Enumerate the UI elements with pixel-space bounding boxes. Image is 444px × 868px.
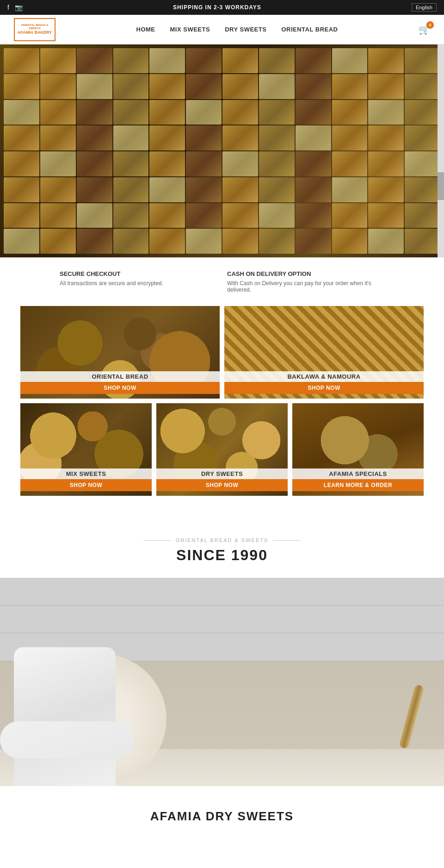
cart-icon[interactable]: 🛒 0 [419,24,430,35]
card-label-mix: MIX SWEETS [20,468,152,479]
features-section: SECURE CHECKOUT All transactions are sec… [0,257,444,306]
dry-sweets-title: AFAMIA DRY SWEETS [9,809,435,824]
nav-dry-sweets[interactable]: DRY SWEETS [225,26,266,33]
social-icons[interactable]: f 📷 [7,4,23,11]
card-afamia-specials[interactable]: AFAMIA SPECIALS LEARN MORE & ORDER [292,403,424,496]
shop-now-mix[interactable]: SHOP NOW [20,479,152,491]
language-selector[interactable]: English [412,3,437,12]
feature-secure-title: SECURE CHECKOUT [60,270,163,277]
baker-scene [0,578,444,786]
top-bar: f 📷 SHIPPING IN 2-3 WORKDAYS English [0,0,444,15]
product-grid: ORIENTAL BREAD SHOP NOW BAKLAWA & NAMOUR… [0,306,444,514]
site-logo[interactable]: ORIENTAL BREAD & SWEETS AFAMIA BAKERY [14,18,56,41]
card-label-baklawa: BAKLAWA & NAMOURA [224,371,424,382]
card-overlay-oriental: ORIENTAL BREAD SHOP NOW [20,371,220,399]
card-baklawa[interactable]: BAKLAWA & NAMOURA SHOP NOW [224,306,424,399]
card-dry-sweets[interactable]: DRY SWEETS SHOP NOW [156,403,288,496]
product-row-small: MIX SWEETS SHOP NOW DRY SWEETS SHOP NOW … [20,403,424,496]
card-overlay-afamia: AFAMIA SPECIALS LEARN MORE & ORDER [292,468,424,496]
site-header: ORIENTAL BREAD & SWEETS AFAMIA BAKERY HO… [0,15,444,44]
product-row-large: ORIENTAL BREAD SHOP NOW BAKLAWA & NAMOUR… [20,306,424,399]
since-section: ORIENTAL BREAD & SWEETS SINCE 1990 [0,514,444,578]
card-label-afamia: AFAMIA SPECIALS [292,468,424,479]
baker-arms [0,721,134,758]
hero-background [0,44,444,257]
baker-body [14,647,116,786]
feature-cod: CASH ON DELIVERY OPTION With Cash on Del… [227,270,384,293]
feature-secure-desc: All transactions are secure and encrypte… [60,280,163,287]
main-nav: HOME MIX SWEETS DRY SWEETS ORIENTAL BREA… [136,26,338,33]
scrollbar[interactable] [438,44,444,257]
hero-section [0,44,444,257]
facebook-icon[interactable]: f [7,4,9,11]
shipping-notice: SHIPPING IN 2-3 WORKDAYS [173,4,261,11]
language-button[interactable]: English [412,3,437,12]
card-label-oriental: ORIENTAL BREAD [20,371,220,382]
logo-area[interactable]: ORIENTAL BREAD & SWEETS AFAMIA BAKERY [14,18,56,41]
nav-home[interactable]: HOME [136,26,155,33]
baker-floor [0,661,444,786]
card-overlay-baklawa: BAKLAWA & NAMOURA SHOP NOW [224,371,424,399]
shop-now-dry[interactable]: SHOP NOW [156,479,288,491]
nav-mix-sweets[interactable]: MIX SWEETS [170,26,210,33]
feature-cod-title: CASH ON DELIVERY OPTION [227,270,384,277]
shipping-text: SHIPPING IN 2-3 WORKDAYS [173,4,261,11]
shop-now-baklawa[interactable]: SHOP NOW [224,382,424,394]
dry-sweets-section: AFAMIA DRY SWEETS [0,786,444,837]
card-oriental-bread[interactable]: ORIENTAL BREAD SHOP NOW [20,306,220,399]
card-mix-sweets[interactable]: MIX SWEETS SHOP NOW [20,403,152,496]
logo-line2: AFAMIA BAKERY [18,30,52,35]
scrollbar-thumb[interactable] [438,172,444,200]
cart-badge: 0 [426,21,434,29]
since-subtitle: ORIENTAL BREAD & SWEETS [9,537,435,543]
nav-oriental-bread[interactable]: ORIENTAL BREAD [281,26,338,33]
baker-hero-section [0,578,444,786]
feature-secure-checkout: SECURE CHECKOUT All transactions are sec… [60,270,163,293]
logo-line1: ORIENTAL BREAD & SWEETS [15,24,55,30]
learn-more-afamia[interactable]: LEARN MORE & ORDER [292,479,424,491]
card-label-dry: DRY SWEETS [156,468,288,479]
feature-cod-desc: With Cash on Delivery you can pay for yo… [227,280,384,293]
card-overlay-mix: MIX SWEETS SHOP NOW [20,468,152,496]
rolling-pin [399,684,425,749]
shop-now-oriental[interactable]: SHOP NOW [20,382,220,394]
card-overlay-dry: DRY SWEETS SHOP NOW [156,468,288,496]
instagram-icon[interactable]: 📷 [15,4,23,11]
since-subtitle-text: ORIENTAL BREAD & SWEETS [176,537,269,543]
since-title: SINCE 1990 [9,547,435,564]
